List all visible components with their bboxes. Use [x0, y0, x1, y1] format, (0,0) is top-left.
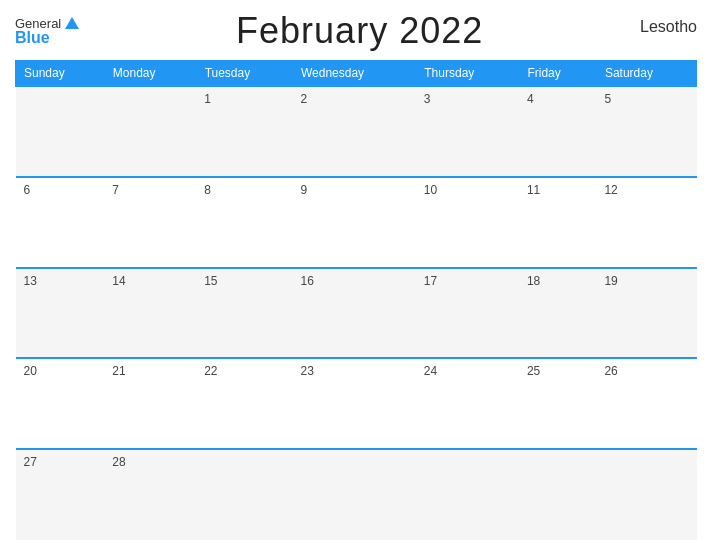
calendar-day-cell: 10	[416, 177, 519, 268]
calendar-day-cell	[596, 449, 696, 540]
calendar-day-cell: 3	[416, 86, 519, 177]
day-number: 19	[604, 274, 688, 288]
calendar-day-cell: 19	[596, 268, 696, 359]
col-wednesday: Wednesday	[292, 61, 415, 87]
logo-blue-text: Blue	[15, 30, 79, 46]
logo: General Blue	[15, 17, 79, 46]
day-number: 8	[204, 183, 284, 197]
day-number: 18	[527, 274, 588, 288]
calendar-week-row: 2728	[16, 449, 697, 540]
col-tuesday: Tuesday	[196, 61, 292, 87]
calendar-day-cell	[196, 449, 292, 540]
day-number: 17	[424, 274, 511, 288]
calendar-day-cell: 11	[519, 177, 596, 268]
day-number: 16	[300, 274, 407, 288]
calendar-day-cell: 27	[16, 449, 105, 540]
day-number: 21	[112, 364, 188, 378]
calendar-week-row: 13141516171819	[16, 268, 697, 359]
logo-general-text: General	[15, 17, 61, 30]
country-label: Lesotho	[640, 18, 697, 36]
calendar-day-cell: 8	[196, 177, 292, 268]
day-number: 13	[24, 274, 97, 288]
calendar-header-row: Sunday Monday Tuesday Wednesday Thursday…	[16, 61, 697, 87]
calendar-day-cell	[104, 86, 196, 177]
calendar-day-cell	[16, 86, 105, 177]
calendar-day-cell: 1	[196, 86, 292, 177]
calendar-header: General Blue February 2022 Lesotho	[15, 10, 697, 52]
day-number: 7	[112, 183, 188, 197]
col-friday: Friday	[519, 61, 596, 87]
day-number: 28	[112, 455, 188, 469]
calendar-body: 1234567891011121314151617181920212223242…	[16, 86, 697, 540]
col-saturday: Saturday	[596, 61, 696, 87]
day-number: 20	[24, 364, 97, 378]
day-number: 5	[604, 92, 688, 106]
calendar-day-cell: 23	[292, 358, 415, 449]
day-number: 25	[527, 364, 588, 378]
calendar-day-cell: 9	[292, 177, 415, 268]
col-monday: Monday	[104, 61, 196, 87]
day-number: 6	[24, 183, 97, 197]
day-number: 14	[112, 274, 188, 288]
calendar-day-cell	[416, 449, 519, 540]
calendar-day-cell: 4	[519, 86, 596, 177]
day-number: 27	[24, 455, 97, 469]
col-thursday: Thursday	[416, 61, 519, 87]
calendar-day-cell: 17	[416, 268, 519, 359]
calendar-day-cell: 26	[596, 358, 696, 449]
calendar-day-cell: 7	[104, 177, 196, 268]
calendar-week-row: 20212223242526	[16, 358, 697, 449]
day-number: 2	[300, 92, 407, 106]
calendar-day-cell: 15	[196, 268, 292, 359]
calendar-day-cell: 18	[519, 268, 596, 359]
day-number: 23	[300, 364, 407, 378]
day-number: 4	[527, 92, 588, 106]
calendar-day-cell	[292, 449, 415, 540]
calendar-day-cell: 13	[16, 268, 105, 359]
calendar-day-cell: 24	[416, 358, 519, 449]
calendar-day-cell: 25	[519, 358, 596, 449]
day-number: 22	[204, 364, 284, 378]
day-number: 24	[424, 364, 511, 378]
day-number: 10	[424, 183, 511, 197]
calendar-day-cell: 16	[292, 268, 415, 359]
calendar-day-cell: 2	[292, 86, 415, 177]
month-title: February 2022	[236, 10, 483, 52]
calendar-day-cell: 20	[16, 358, 105, 449]
calendar-week-row: 12345	[16, 86, 697, 177]
day-number: 1	[204, 92, 284, 106]
calendar-day-cell: 14	[104, 268, 196, 359]
day-number: 15	[204, 274, 284, 288]
col-sunday: Sunday	[16, 61, 105, 87]
calendar-day-cell: 6	[16, 177, 105, 268]
day-number: 26	[604, 364, 688, 378]
calendar-day-cell	[519, 449, 596, 540]
calendar-day-cell: 28	[104, 449, 196, 540]
calendar-day-cell: 21	[104, 358, 196, 449]
day-number: 3	[424, 92, 511, 106]
calendar-day-cell: 12	[596, 177, 696, 268]
calendar-week-row: 6789101112	[16, 177, 697, 268]
calendar-table: Sunday Monday Tuesday Wednesday Thursday…	[15, 60, 697, 540]
calendar-wrapper: General Blue February 2022 Lesotho Sunda…	[0, 0, 712, 550]
calendar-day-cell: 5	[596, 86, 696, 177]
calendar-day-cell: 22	[196, 358, 292, 449]
day-number: 11	[527, 183, 588, 197]
day-number: 9	[300, 183, 407, 197]
day-number: 12	[604, 183, 688, 197]
logo-triangle-icon	[65, 17, 79, 29]
